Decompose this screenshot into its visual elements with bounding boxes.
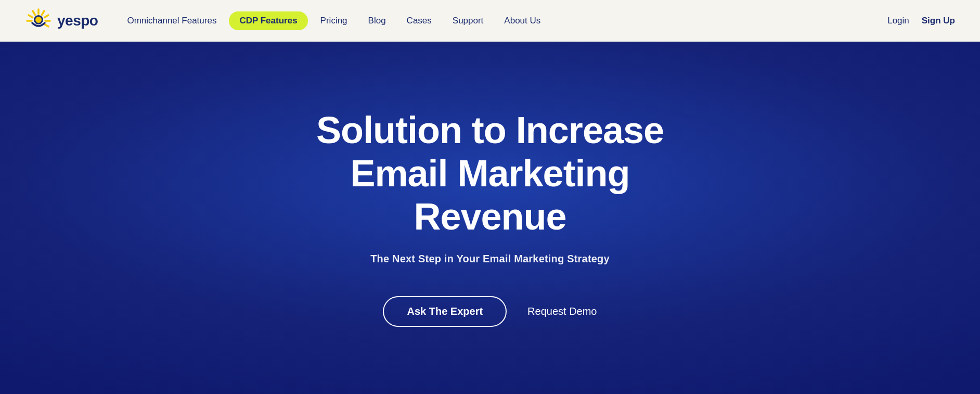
nav-support[interactable]: Support xyxy=(444,11,492,30)
nav-cases[interactable]: Cases xyxy=(398,11,440,30)
nav-right-area: Login Sign Up xyxy=(887,16,955,26)
svg-line-4 xyxy=(45,24,49,27)
ask-expert-button[interactable]: Ask The Expert xyxy=(383,296,507,327)
login-button[interactable]: Login xyxy=(887,16,909,26)
svg-line-6 xyxy=(29,15,33,18)
request-demo-button[interactable]: Request Demo xyxy=(527,306,597,317)
hero-subtitle: The Next Step in Your Email Marketing St… xyxy=(370,253,610,265)
nav-blog[interactable]: Blog xyxy=(360,11,394,30)
logo-text: yespo xyxy=(57,12,98,29)
svg-line-5 xyxy=(33,11,35,15)
nav-about-us[interactable]: About Us xyxy=(496,11,549,30)
hero-title: Solution to Increase Email Marketing Rev… xyxy=(316,109,664,238)
logo-link[interactable]: yespo xyxy=(25,7,98,34)
nav-links: Omnichannel Features CDP Features Pricin… xyxy=(119,11,887,30)
signup-button[interactable]: Sign Up xyxy=(922,16,955,26)
svg-line-2 xyxy=(45,15,49,18)
svg-line-1 xyxy=(42,11,45,15)
nav-omnichannel-features[interactable]: Omnichannel Features xyxy=(119,11,225,30)
nav-pricing[interactable]: Pricing xyxy=(312,11,356,30)
hero-section: Solution to Increase Email Marketing Rev… xyxy=(0,42,980,394)
svg-point-9 xyxy=(35,17,42,23)
logo-icon xyxy=(25,7,52,34)
hero-cta-buttons: Ask The Expert Request Demo xyxy=(383,296,597,327)
hero-content: Solution to Increase Email Marketing Rev… xyxy=(316,109,664,326)
nav-cdp-features[interactable]: CDP Features xyxy=(229,11,307,30)
navbar: yespo Omnichannel Features CDP Features … xyxy=(0,0,980,42)
